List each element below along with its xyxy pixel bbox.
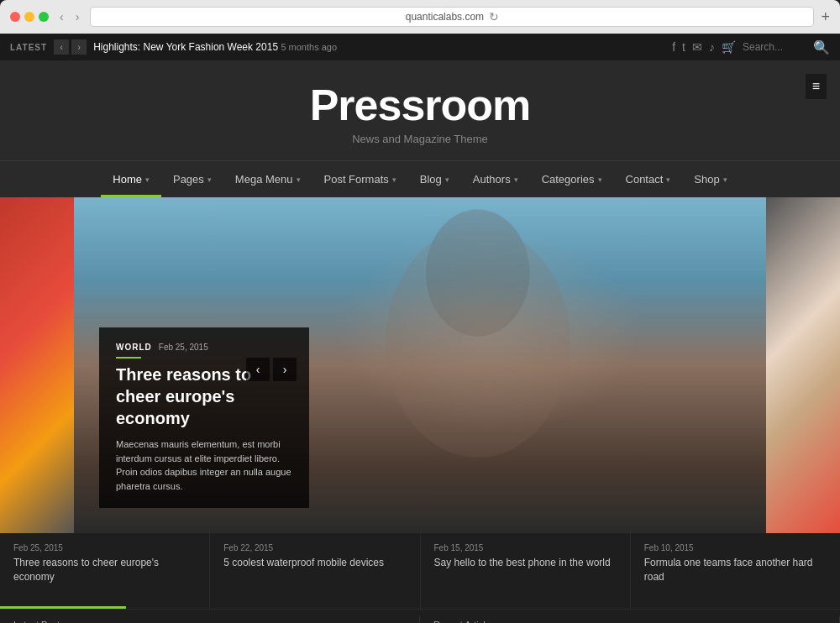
nav-arrow-pages: ▾ (207, 175, 212, 184)
strip-date-1: Feb 25, 2015 (13, 543, 196, 552)
maximize-button[interactable] (39, 12, 49, 22)
facebook-icon[interactable]: f (672, 40, 675, 54)
site-wrapper: LATEST ‹ › Highlights: New York Fashion … (0, 34, 840, 623)
strip-article-4[interactable]: Feb 10, 2015 Formula one teams face anot… (631, 533, 840, 609)
ticker-headline[interactable]: Highlights: New York Fashion Week 2015 (93, 41, 278, 53)
nav-item-contact[interactable]: Contact ▾ (614, 161, 683, 197)
close-button[interactable] (10, 12, 20, 22)
nav-label-shop: Shop (694, 173, 719, 186)
strip-article-3[interactable]: Feb 15, 2015 Say hello to the best phone… (421, 533, 631, 609)
nav-label-home: Home (113, 173, 142, 186)
bottom-col-latest: Latest Posts (0, 616, 420, 623)
email-icon[interactable]: ✉ (692, 40, 702, 54)
strip-title-2: 5 coolest waterproof mobile devices (223, 556, 406, 570)
music-icon[interactable]: ♪ (709, 40, 715, 54)
svg-point-1 (426, 210, 530, 337)
new-tab-button[interactable]: + (821, 8, 830, 26)
hero-section: WORLD Feb 25, 2015 ‹ › Three reasons to … (0, 197, 840, 533)
nav-arrow-contact: ▾ (666, 175, 670, 184)
nav-item-authors[interactable]: Authors ▾ (461, 161, 530, 197)
site-subtitle: News and Magazine Theme (0, 133, 840, 145)
nav-item-blog[interactable]: Blog ▾ (408, 161, 461, 197)
nav-label-mega-menu: Mega Menu (235, 173, 293, 186)
nav-item-categories[interactable]: Categories ▾ (530, 161, 614, 197)
ticker-navigation: ‹ › (54, 39, 87, 55)
nav-arrow-categories: ▾ (598, 175, 602, 184)
nav-label-authors: Authors (473, 173, 511, 186)
strip-date-3: Feb 15, 2015 (434, 543, 617, 552)
ticker-content: Highlights: New York Fashion Week 2015 5… (93, 41, 665, 53)
hero-next-button[interactable]: › (273, 358, 297, 381)
window-controls (10, 12, 49, 22)
main-navigation: Home ▾ Pages ▾ Mega Menu ▾ Post Formats … (0, 160, 840, 197)
nav-arrow-post-formats: ▾ (392, 175, 396, 184)
bottom-col-recent: Recent Articles (420, 616, 840, 623)
ticker-label: LATEST (10, 43, 47, 52)
refresh-button[interactable]: ↻ (489, 10, 499, 24)
twitter-icon[interactable]: t (682, 40, 685, 54)
hero-prev-button[interactable]: ‹ (246, 358, 270, 381)
browser-nav: ‹ › (55, 8, 83, 25)
bottom-section: Latest Posts Recent Articles (0, 609, 840, 623)
nav-item-shop[interactable]: Shop ▾ (682, 161, 738, 197)
ticker-prev[interactable]: ‹ (54, 39, 69, 55)
nav-label-contact: Contact (626, 173, 664, 186)
hero-thumb-left (0, 197, 74, 533)
strip-date-2: Feb 22, 2015 (223, 543, 406, 552)
strip-title-3: Say hello to the best phone in the world (434, 556, 617, 570)
strip-article-2[interactable]: Feb 22, 2015 5 coolest waterproof mobile… (210, 533, 420, 609)
hero-excerpt: Maecenas mauris elementum, est morbi int… (116, 437, 292, 493)
nav-item-pages[interactable]: Pages ▾ (161, 161, 223, 197)
ticker-time: 5 months ago (281, 42, 337, 52)
menu-icon[interactable]: ≡ (806, 74, 827, 99)
nav-arrow-home: ▾ (145, 175, 150, 184)
back-button[interactable]: ‹ (55, 8, 68, 25)
search-input[interactable] (743, 41, 810, 53)
nav-item-home[interactable]: Home ▾ (101, 161, 161, 197)
hero-category: WORLD (116, 343, 152, 352)
hero-thumb-right (766, 197, 840, 533)
url-text: quanticalabs.com (406, 11, 484, 23)
nav-label-pages: Pages (173, 173, 204, 186)
nav-label-categories: Categories (542, 173, 595, 186)
nav-arrow-shop: ▾ (723, 175, 727, 184)
browser-window: ‹ › quanticalabs.com ↻ + (0, 0, 840, 34)
search-bar: 🔍 (743, 39, 830, 55)
nav-item-mega-menu[interactable]: Mega Menu ▾ (223, 161, 312, 197)
hero-date: Feb 25, 2015 (159, 343, 208, 352)
cart-icon[interactable]: 🛒 (722, 40, 736, 54)
social-icons: f t ✉ ♪ 🛒 (672, 40, 736, 54)
strip-active-indicator (0, 606, 126, 609)
article-strip: Feb 25, 2015 Three reasons to cheer euro… (0, 533, 840, 609)
site-header: Pressroom News and Magazine Theme ≡ (0, 60, 840, 160)
strip-title-1: Three reasons to cheer europe's economy (13, 556, 196, 584)
hero-accent-line (116, 357, 141, 359)
nav-item-post-formats[interactable]: Post Formats ▾ (312, 161, 408, 197)
bottom-col-recent-title: Recent Articles (433, 620, 495, 623)
strip-date-4: Feb 10, 2015 (644, 543, 827, 552)
address-bar[interactable]: quanticalabs.com ↻ (90, 7, 814, 27)
hero-main-image: WORLD Feb 25, 2015 ‹ › Three reasons to … (74, 197, 766, 533)
nav-arrow-mega-menu: ▾ (297, 175, 301, 184)
nav-label-blog: Blog (420, 173, 442, 186)
nav-label-post-formats: Post Formats (324, 173, 389, 186)
strip-article-1[interactable]: Feb 25, 2015 Three reasons to cheer euro… (0, 533, 210, 609)
hero-overlay: WORLD Feb 25, 2015 ‹ › Three reasons to … (99, 327, 309, 508)
browser-titlebar: ‹ › quanticalabs.com ↻ + (0, 7, 840, 34)
nav-arrow-authors: ▾ (514, 175, 518, 184)
ticker-next[interactable]: › (71, 39, 87, 55)
strip-title-4: Formula one teams face another hard road (644, 556, 827, 584)
ticker-bar: LATEST ‹ › Highlights: New York Fashion … (0, 34, 840, 60)
hero-nav-buttons: ‹ › (246, 358, 297, 381)
nav-arrow-blog: ▾ (445, 175, 449, 184)
bottom-col-latest-title: Latest Posts (13, 620, 65, 623)
site-title: Pressroom (0, 81, 840, 129)
search-icon[interactable]: 🔍 (813, 39, 830, 55)
forward-button[interactable]: › (71, 8, 84, 25)
minimize-button[interactable] (24, 12, 34, 22)
